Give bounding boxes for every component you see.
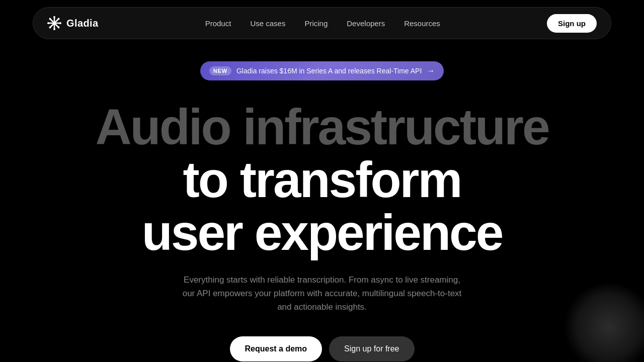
nav-item-developers[interactable]: Developers (339, 15, 393, 32)
hero-line1: Audio infrastructure (95, 101, 548, 153)
svg-point-6 (53, 28, 55, 30)
svg-point-12 (49, 27, 51, 29)
announcement-badge[interactable]: NEW Gladia raises $16M in Series A and r… (200, 61, 444, 80)
svg-point-9 (49, 18, 51, 20)
hero-headline: Audio infrastructure to transform user e… (95, 101, 548, 259)
svg-point-8 (59, 22, 61, 24)
hero-line2: to transform (95, 153, 548, 206)
svg-point-4 (53, 22, 56, 25)
signup-free-button[interactable]: Sign up for free (329, 336, 414, 361)
hero-section: NEW Gladia raises $16M in Series A and r… (0, 46, 644, 361)
nav-item-pricing[interactable]: Pricing (296, 15, 336, 32)
navbar: Gladia Product Use cases Pricing Develop… (33, 7, 611, 39)
svg-point-10 (58, 27, 60, 29)
nav-item-resources[interactable]: Resources (396, 15, 448, 32)
announcement-text: Gladia raises $16M in Series A and relea… (236, 67, 422, 75)
cta-buttons: Request a demo Sign up for free (230, 336, 415, 361)
nav-item-product[interactable]: Product (197, 15, 239, 32)
hero-description: Everything starts with reliable transcri… (181, 273, 463, 314)
nav-links: Product Use cases Pricing Developers Res… (197, 15, 448, 32)
svg-point-11 (58, 18, 60, 20)
badge-new-label: NEW (209, 66, 231, 75)
hero-line3: user experience (95, 206, 548, 259)
request-demo-button[interactable]: Request a demo (230, 336, 323, 361)
svg-point-5 (53, 16, 55, 18)
nav-item-use-cases[interactable]: Use cases (242, 15, 293, 32)
logo[interactable]: Gladia (47, 16, 99, 30)
announcement-arrow: → (427, 66, 435, 75)
svg-point-7 (47, 22, 49, 24)
gladia-logo-icon (47, 16, 61, 30)
nav-signup-button[interactable]: Sign up (547, 14, 597, 33)
logo-text: Gladia (66, 18, 99, 29)
